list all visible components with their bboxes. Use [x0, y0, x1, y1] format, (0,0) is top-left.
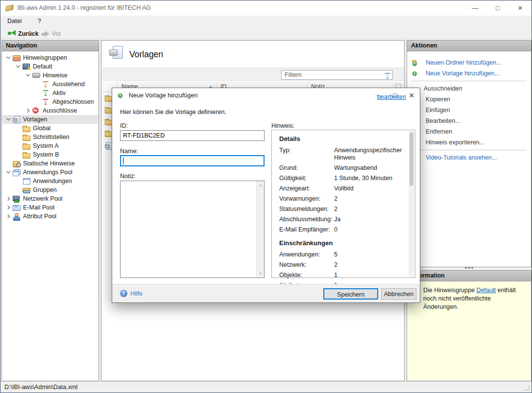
folder-icon: [22, 151, 31, 159]
nav-item-global[interactable]: Global: [2, 124, 98, 133]
actions-list: Neuen Ordner hinzufügen... Neue Vorlage …: [408, 54, 531, 163]
network-pool-icon: [12, 195, 21, 203]
action-new-folder[interactable]: Neuen Ordner hinzufügen...: [408, 57, 531, 68]
nav-item-hinweisgruppen[interactable]: Hinweisgruppen: [2, 53, 98, 62]
back-arrow-icon: [3, 30, 16, 37]
action-new-template[interactable]: Neue Vorlage hinzufügen...: [408, 68, 531, 79]
funnel-orange-icon: [42, 80, 50, 88]
save-button[interactable]: Speichern: [323, 288, 378, 300]
nav-item-schnittstellen[interactable]: Schnittstellen: [2, 133, 98, 141]
nav-item-attribut-pool[interactable]: Attribut Pool: [2, 212, 98, 221]
details-scrollbar[interactable]: [409, 131, 414, 277]
nav-item-hinweise[interactable]: Hinweise: [2, 71, 98, 80]
action-paste[interactable]: Einfügen: [408, 105, 531, 116]
funnel-green-icon: [42, 89, 50, 97]
chevron-down-icon[interactable]: [4, 168, 12, 176]
id-field[interactable]: [120, 130, 265, 141]
chevron-right-icon[interactable]: [4, 195, 12, 203]
navigation-tree: Hinweisgruppen Default Hinweise Ausstehe…: [2, 53, 98, 221]
nav-item-ausschluesse[interactable]: Ausschlüsse: [2, 106, 98, 115]
hint-details-box: Details Typ:Anwendungsspezifischer Hinwe…: [271, 130, 415, 278]
toolbar: Zurück Vor: [0, 28, 532, 39]
actions-panel: Aktionen Neuen Ordner hinzufügen... Neue…: [407, 40, 532, 267]
filter-funnel-icon[interactable]: [384, 72, 390, 79]
app-logo-icon: [5, 4, 13, 12]
menu-help[interactable]: ?: [38, 18, 41, 24]
chevron-right-icon[interactable]: [4, 204, 12, 211]
scrollbar[interactable]: ▲ ▼: [256, 181, 264, 277]
help-icon[interactable]: ?: [120, 290, 127, 297]
detail-row: Statusmeldungen:2: [279, 206, 408, 213]
application-pool-icon: [12, 168, 21, 176]
resize-grip[interactable]: [524, 385, 530, 391]
action-remove[interactable]: Entfernen: [408, 126, 531, 137]
name-field[interactable]: [120, 155, 265, 166]
folder-add-icon: [411, 59, 420, 67]
nav-item-gruppen[interactable]: Gruppen: [2, 185, 98, 194]
nav-item-email-pool[interactable]: E-Mail Pool: [2, 203, 98, 212]
nav-item-netzwerk-pool[interactable]: Netzwerk Pool: [2, 194, 98, 203]
nav-item-system-a[interactable]: System A: [2, 141, 98, 150]
action-export-hint[interactable]: Hinweis exportieren...: [408, 137, 531, 148]
minimize-button[interactable]: —: [464, 0, 486, 16]
chevron-right-icon[interactable]: [4, 212, 12, 220]
filter-placeholder: Filtern: [285, 71, 302, 78]
filter-input[interactable]: Filtern: [281, 70, 393, 80]
folder-icon: [22, 133, 31, 141]
restriction-row: Anwendungen:5: [279, 251, 408, 258]
window-title: IBI-aws Admin 1.24.0 - registriert für I…: [17, 4, 151, 11]
back-button[interactable]: Zurück: [3, 29, 39, 38]
folder-icon: [22, 142, 31, 150]
template-add-icon: [411, 69, 420, 77]
notiz-field[interactable]: ▲ ▼: [120, 181, 265, 278]
title-bar: IBI-aws Admin 1.24.0 - registriert für I…: [0, 0, 532, 16]
chevron-down-icon[interactable]: [4, 54, 12, 62]
action-edit[interactable]: Bearbeiten...: [408, 116, 531, 126]
menu-datei[interactable]: Datei: [7, 18, 22, 24]
attribute-pool-icon: [12, 212, 21, 220]
cancel-button[interactable]: Abbrechen: [381, 288, 416, 300]
help-link[interactable]: Hilfe: [130, 290, 143, 297]
separator: [411, 81, 527, 81]
menu-bar: Datei ?: [0, 16, 532, 28]
separator: [411, 150, 527, 150]
navigation-panel: Navigation Hinweisgruppen Default Hinwei…: [1, 40, 99, 381]
close-button[interactable]: ✕: [509, 0, 532, 16]
status-bar: D:\IBI-aws\Admin\Data.xml: [0, 381, 532, 393]
chevron-down-icon[interactable]: [4, 116, 12, 123]
scroll-down-icon[interactable]: ▼: [257, 270, 265, 277]
action-cut[interactable]: ✂ Ausschneiden: [408, 83, 531, 94]
nav-item-abgeschlossen[interactable]: Abgeschlossen: [2, 97, 98, 106]
monitor-warning-icon: [22, 63, 31, 70]
nav-item-statische-hinweise[interactable]: Statische Hinweise: [2, 159, 98, 168]
chevron-down-icon[interactable]: [24, 71, 32, 79]
default-group-link[interactable]: Default: [476, 287, 496, 294]
action-video-tutorials[interactable]: Video-Tutorials ansehen...: [408, 152, 531, 163]
hinweisgruppen-icon: [12, 54, 21, 62]
speech-bubble-icon: [32, 71, 41, 79]
edit-hint-link[interactable]: bearbeiten: [377, 93, 406, 100]
text-caret: [123, 158, 123, 164]
nav-item-ausstehend[interactable]: Ausstehend: [2, 80, 98, 89]
nav-item-system-b[interactable]: System B: [2, 150, 98, 159]
nav-item-anwendungen[interactable]: Anwendungen: [2, 177, 98, 185]
status-path: D:\IBI-aws\Admin\Data.xml: [4, 384, 77, 391]
action-copy[interactable]: Kopieren: [408, 94, 531, 105]
vorlagen-icon: [12, 116, 21, 123]
restrictions-header: Einschränkungen: [279, 239, 408, 247]
new-template-dialog: Neue Vorlage hinzufügen — □ ✕ Hier könne…: [112, 88, 420, 303]
name-label: Name:: [120, 148, 138, 155]
forward-button[interactable]: Vor: [44, 29, 61, 38]
dialog-footer: ? Hilfe Speichern Abbrechen: [112, 284, 420, 302]
nav-item-vorlagen[interactable]: Vorlagen: [2, 115, 98, 124]
chevron-right-icon[interactable]: [24, 107, 32, 115]
actions-header: Aktionen: [407, 41, 531, 51]
maximize-button[interactable]: □: [486, 0, 509, 16]
static-hints-icon: [12, 160, 21, 167]
scroll-up-icon[interactable]: ▲: [257, 181, 265, 189]
nav-item-aktiv[interactable]: Aktiv: [2, 89, 98, 97]
nav-item-default[interactable]: Default: [2, 62, 98, 71]
restriction-row: Objekte:1: [279, 272, 408, 279]
chevron-down-icon[interactable]: [14, 63, 22, 70]
nav-item-anwendungs-pool[interactable]: Anwendungs Pool: [2, 168, 98, 177]
